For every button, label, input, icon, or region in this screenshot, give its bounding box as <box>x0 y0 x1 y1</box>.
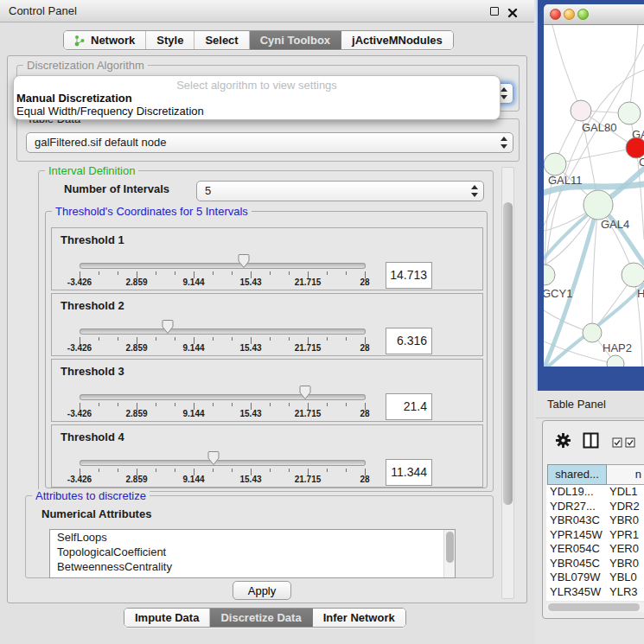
tab-cyni-toolbox[interactable]: Cyni Toolbox <box>250 31 341 49</box>
tab-discretize-data[interactable]: Discretize Data <box>210 609 312 627</box>
threshold-slider-track[interactable] <box>80 263 366 269</box>
network-node[interactable] <box>607 355 624 367</box>
cell-name: YLR3 <box>609 585 638 600</box>
tab-impute-data[interactable]: Impute Data <box>124 609 210 627</box>
cell-name: YBL0 <box>609 571 637 585</box>
tick-label: 2.859 <box>118 343 156 353</box>
table-row[interactable]: YDL19...YDL1 <box>546 485 644 500</box>
table-row[interactable]: YBR045CYBR0 <box>546 557 644 571</box>
tab-network[interactable]: Network <box>64 31 146 49</box>
tab-label: Cyni Toolbox <box>260 34 330 47</box>
tab-infer-network[interactable]: Infer Network <box>313 609 405 627</box>
cell-name: YBR0 <box>609 513 639 528</box>
list-scrollbar[interactable] <box>443 530 455 577</box>
tick-label: 2.859 <box>118 475 156 484</box>
number-of-intervals-combobox[interactable]: 5 <box>196 181 484 201</box>
threshold-value-field[interactable]: 6.316 <box>386 328 432 354</box>
minimize-traffic-light-icon[interactable] <box>564 9 575 20</box>
table-row[interactable]: YIL052CYIL0 <box>546 599 644 601</box>
network-node-hap2[interactable] <box>583 323 602 342</box>
panel-scrollbar-thumb[interactable] <box>503 202 513 505</box>
table-horizontal-scrollbar[interactable] <box>546 603 644 612</box>
tick-label: 28 <box>346 343 384 353</box>
tick-label: 15.43 <box>232 475 270 484</box>
select-all-columns-icon[interactable] <box>612 436 622 451</box>
threshold-value-field[interactable]: 11.344 <box>386 459 432 486</box>
node-label: C <box>639 156 644 169</box>
threshold-slider-track[interactable] <box>80 394 366 400</box>
close-traffic-light-icon[interactable] <box>550 9 561 20</box>
close-window-icon[interactable] <box>507 6 518 16</box>
tab-select[interactable]: Select <box>194 31 249 49</box>
threshold-slider-track[interactable] <box>80 460 366 466</box>
cyni-toolbox-panel: Discretization Algorithm Select algorith… <box>7 55 527 603</box>
tick-label: 15.43 <box>232 343 270 353</box>
threshold-label: Threshold 2 <box>61 299 124 312</box>
tab-jactivemnodules[interactable]: jActiveMNodules <box>341 31 453 49</box>
dropdown-hint: Select algorithm to view settings <box>14 79 500 92</box>
cell-name: YBR0 <box>609 557 639 571</box>
node-label: H <box>637 287 644 300</box>
table-row[interactable]: YER054CYER0 <box>546 542 644 557</box>
table-header-row: shared... n <box>543 464 644 485</box>
attribute-list-item[interactable]: TopologicalCoefficient <box>50 545 455 559</box>
column-header-name[interactable]: n <box>607 464 644 485</box>
threshold-label: Threshold 3 <box>61 365 124 378</box>
table-horizontal-scrollbar-thumb[interactable] <box>548 603 640 611</box>
table-row[interactable]: YBR043CYBR0 <box>546 513 644 528</box>
table-row[interactable]: YLR345WYLR3 <box>546 585 644 600</box>
slider-thumb[interactable] <box>238 253 250 269</box>
select-visible-columns-icon[interactable] <box>625 436 635 451</box>
numerical-attributes-list[interactable]: SelfLoopsTopologicalCoefficientBetweenne… <box>49 529 456 578</box>
control-panel-tabs: NetworkStyleSelectCyni ToolboxjActiveMNo… <box>63 30 454 50</box>
threshold-value-field[interactable]: 21.4 <box>386 393 432 420</box>
cell-shared-name: YBR045C <box>550 557 600 571</box>
slider-thumb[interactable] <box>162 319 174 335</box>
threshold-value-field[interactable]: 14.713 <box>386 262 432 289</box>
panel-scrollbar[interactable] <box>501 167 514 599</box>
tab-style[interactable]: Style <box>146 31 194 49</box>
group-title-discretization-algorithm: Discretization Algorithm <box>23 59 148 72</box>
algorithm-option[interactable]: Manual Discretization <box>14 92 500 105</box>
node-label: GCY1 <box>544 287 572 300</box>
gear-icon[interactable] <box>555 432 571 452</box>
attribute-list-item[interactable]: BetweennessCentrality <box>50 559 455 574</box>
group-title-attributes: Attributes to discretize <box>32 489 150 502</box>
slider-thumb[interactable] <box>299 385 311 400</box>
table-row[interactable]: YPR145WYPR1 <box>546 528 644 543</box>
network-canvas[interactable]: GAL80GACGAL11GAL4GCY1HHAP2 <box>544 25 644 367</box>
table-row[interactable]: YDR27...YDR2 <box>546 500 644 514</box>
node-label: GAL80 <box>582 121 616 134</box>
network-node-h[interactable] <box>622 263 644 287</box>
cell-shared-name: YPR145W <box>550 528 603 543</box>
float-window-icon[interactable] <box>490 7 499 16</box>
algorithm-option[interactable]: Equal Width/Frequency Discretization <box>14 105 500 118</box>
threshold-label: Threshold 1 <box>61 233 124 246</box>
tick-label: 9.144 <box>175 475 213 484</box>
tab-label: Infer Network <box>323 611 395 624</box>
zoom-traffic-light-icon[interactable] <box>577 9 589 20</box>
apply-button[interactable]: Apply <box>233 581 291 600</box>
network-node-gal80[interactable] <box>571 100 591 121</box>
table-toolbar <box>543 421 644 462</box>
table-row[interactable]: YBL079WYBL0 <box>546 571 644 585</box>
network-node-gal11[interactable] <box>544 153 566 175</box>
network-icon <box>74 35 86 47</box>
column-header-shared-name[interactable]: shared... <box>547 464 607 485</box>
table-data-combobox[interactable]: galFiltered.sif default node <box>26 132 513 153</box>
table-panel-titlebar: Table Panel <box>536 391 644 418</box>
cell-shared-name: YBL079W <box>550 571 601 585</box>
network-node-gal4[interactable] <box>583 190 613 220</box>
threshold-slider-track[interactable] <box>80 328 366 335</box>
cell-shared-name: YDL19... <box>550 485 594 500</box>
tick-label: -3.426 <box>61 475 99 484</box>
cell-name: YDR2 <box>609 500 640 514</box>
attributes-group: Attributes to discretize Numerical Attri… <box>25 495 494 578</box>
slider-thumb[interactable] <box>207 450 220 466</box>
network-node-ga[interactable] <box>618 102 641 124</box>
control-panel-titlebar: Control Panel <box>0 0 534 22</box>
split-columns-icon[interactable] <box>583 432 599 452</box>
network-node-gcy1[interactable] <box>544 265 555 285</box>
tick-label: -3.426 <box>61 409 99 418</box>
attribute-list-item[interactable]: SelfLoops <box>50 530 455 545</box>
